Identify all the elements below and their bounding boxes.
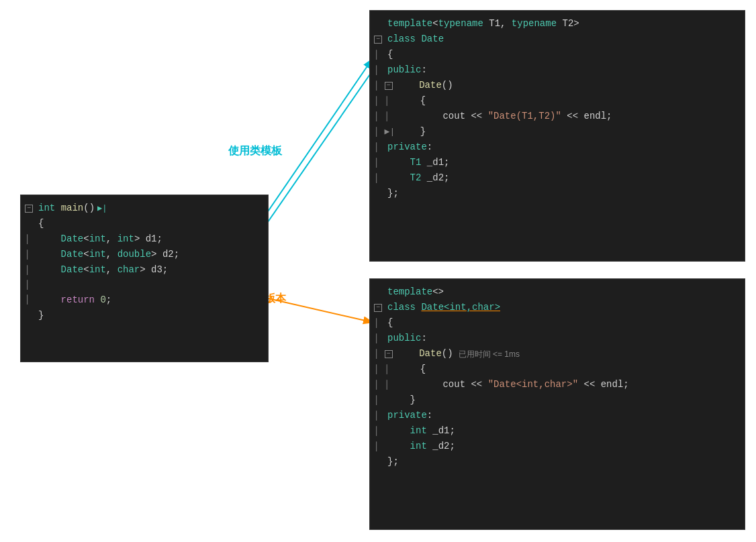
line-public: │ public :: [370, 62, 745, 78]
line-date-ctor: │ − Date (): [370, 78, 745, 93]
collapse-icon-2[interactable]: −: [374, 36, 382, 44]
line-open-brace: │ {: [370, 47, 745, 62]
gutter-minus: −: [25, 205, 36, 213]
line-spec-public: │ public :: [370, 331, 745, 346]
timing-label: 已用时间 <= 1ms: [459, 348, 520, 360]
line-t1-d1: │ T1 _d1;: [370, 155, 745, 170]
line-ctor-brace-open: │ │ {: [370, 93, 745, 109]
collapse-icon-3[interactable]: −: [385, 82, 393, 90]
use-template-label: 使用类模板: [228, 144, 282, 158]
code-line-main: − int main () ▶|: [21, 201, 268, 216]
specialized-class-panel: template <> − class Date<int,char> │ { │…: [369, 278, 745, 530]
main-function-panel: − int main () ▶| { │ Date < int , int > …: [20, 195, 269, 362]
line-cout: │ │ cout << "Date(T1,T2)" << endl ;: [370, 109, 745, 124]
collapse-icon[interactable]: −: [25, 205, 33, 213]
code-line-d2: │ Date < int , double > d2;: [21, 247, 268, 262]
code-line-d1: │ Date < int , int > d1;: [21, 231, 268, 247]
line-t2-d2: │ T2 _d2;: [370, 170, 745, 186]
line-spec-int-d1: │ int _d1;: [370, 423, 745, 439]
run-icon[interactable]: ▶|: [97, 203, 107, 215]
kw-main: main: [61, 201, 84, 215]
line-spec-int-d2: │ int _d2;: [370, 439, 745, 454]
line-private: │ private :: [370, 140, 745, 155]
collapse-icon-4[interactable]: −: [374, 304, 382, 312]
line-spec-open-brace: │ {: [370, 315, 745, 331]
line-class-date-spec: − class Date<int,char>: [370, 300, 745, 315]
line-spec-private: │ private :: [370, 408, 745, 423]
line-ctor-brace-close: │ ▶| }: [370, 124, 745, 140]
code-line-return: │ return 0 ;: [21, 292, 268, 308]
code-line-brace1: {: [21, 216, 268, 231]
line-spec-cout: │ │ cout << "Date<int,char>" << endl ;: [370, 377, 745, 392]
kw-int: int: [38, 201, 55, 215]
line-spec-ctor-brace-open: │ │ {: [370, 362, 745, 377]
template-class-panel: template < typename T1, typename T2> − c…: [369, 10, 745, 262]
line-class-date: − class Date: [370, 32, 745, 47]
line-template-empty: template <>: [370, 284, 745, 300]
line-spec-ctor-brace-close: │ }: [370, 392, 745, 408]
code-line-brace-close: }: [21, 308, 268, 323]
line-spec-close-class: };: [370, 454, 745, 470]
code-line-d3: │ Date < int , char > d3;: [21, 262, 268, 278]
code-line-empty1: │: [21, 278, 268, 292]
line-spec-date-ctor: │ − Date () 已用时间 <= 1ms: [370, 346, 745, 362]
line-close-class: };: [370, 186, 745, 201]
collapse-icon-5[interactable]: −: [385, 350, 393, 358]
line-template-decl: template < typename T1, typename T2>: [370, 16, 745, 32]
